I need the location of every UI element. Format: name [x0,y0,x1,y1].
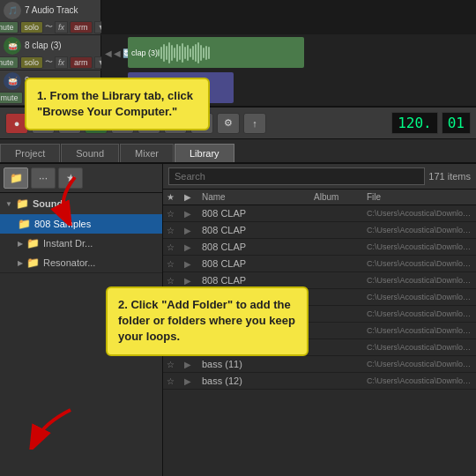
file-name: bass (11) [202,359,314,369]
wave-icon: 〜 [45,21,53,33]
list-item[interactable]: ☆ ▶ 808 CLAP C:\Users\Acoustica\Download… [163,205,476,222]
list-item[interactable]: ☆ ▶ 808 CLAP C:\Users\Acoustica\Download… [163,222,476,239]
solo-button[interactable]: solo [20,21,44,33]
file-path: C:\Users\Acoustica\Downloads... [367,376,472,385]
track-row-clap: 🥁 8 clap (3) mute solo 〜 fx arm ▼ ◀ ◀ 🔄 [0,35,476,71]
arm-button[interactable]: arm [70,21,93,33]
track-waveform [101,0,476,34]
instruction-text-1: 1. From the Library tab, click "Browse Y… [37,89,193,118]
album-col-header: Album [314,192,367,202]
arrow-1-icon [48,173,93,227]
folder-icon-sounds: 📁 [16,197,29,210]
item-label-resonator: Resonator... [43,257,95,268]
star-icon[interactable]: ☆ [167,376,184,386]
file-path: C:\Users\Acoustica\Downloads... [367,209,472,218]
search-input[interactable] [168,167,425,185]
file-path: C:\Users\Acoustica\Downloads... [367,226,472,234]
instrument-icon-snare[interactable]: 🥁 [4,72,21,90]
file-name: 808 CLAP [202,258,314,269]
tab-project[interactable]: Project [0,144,60,162]
play-icon[interactable]: ▶ [184,376,202,386]
play-icon[interactable]: ▶ [184,209,202,219]
mute-button-snare[interactable]: mute [0,92,23,104]
mute-button[interactable]: mute [0,21,19,33]
item-label-instant: Instant Dr... [43,238,93,249]
list-item[interactable]: ☆ ▶ bass (11) C:\Users\Acoustica\Downloa… [163,356,476,373]
item-count: 171 items [428,171,471,182]
fx-button[interactable]: fx [55,21,68,33]
track-label: 🎵 7 Audio Track mute solo 〜 fx arm ▼ [0,0,101,34]
chevron-right-resonator: ▶ [18,259,23,267]
instrument-icon-clap[interactable]: 🥁 [4,37,21,55]
export-button[interactable]: ↑ [243,113,266,134]
instruction-box-2: 2. Click "Add Folder" to add the folder … [106,286,309,356]
folder-icon-instant: 📁 [26,237,40,249]
star-col-header: ★ [167,192,184,202]
tab-mixer[interactable]: Mixer [120,144,174,162]
tree-item-instant[interactable]: ▶ 📁 Instant Dr... [0,234,162,253]
folder-icon-resonator: 📁 [26,257,40,269]
solo-button-clap[interactable]: solo [20,56,44,69]
file-path: C:\Users\Acoustica\Downloads... [367,360,472,368]
file-path: C:\Users\Acoustica\Downloads... [367,242,472,251]
play-col-header: ▶ [184,192,202,202]
clip-name-clap: clap (3) [131,48,158,57]
name-col-header: Name [202,192,314,202]
play-icon[interactable]: ▶ [184,242,202,252]
tree-item-resonator[interactable]: ▶ 📁 Resonator... [0,253,162,272]
track-row: 🎵 7 Audio Track mute solo 〜 fx arm ▼ [0,0,476,35]
wave-icon-clap: 〜 [45,56,53,68]
track-label-clap: 🥁 8 clap (3) mute solo 〜 fx arm ▼ [0,35,101,70]
instruction-text-2: 2. Click "Add Folder" to add the folder … [118,298,295,343]
search-bar: 171 items [163,164,476,190]
file-path: C:\Users\Acoustica\Downloads... [367,293,472,301]
track-name: 7 Audio Track [25,5,78,15]
tempo-display: 120. [391,112,438,134]
star-icon[interactable]: ☆ [167,259,184,269]
star-icon[interactable]: ☆ [167,276,184,286]
file-path: C:\Users\Acoustica\Downloads... [367,326,472,335]
list-item[interactable]: ☆ ▶ 808 CLAP C:\Users\Acoustica\Download… [163,239,476,256]
fx-button-clap[interactable]: fx [55,56,68,69]
arrow-2-icon [26,405,79,451]
play-icon[interactable]: ▶ [184,226,202,235]
file-name: 808 CLAP [202,208,314,219]
file-path: C:\Users\Acoustica\Downloads... [367,343,472,352]
instrument-icon[interactable]: 🎵 [4,2,21,19]
mute-button-clap[interactable]: mute [0,56,19,69]
file-path: C:\Users\Acoustica\Downloads... [367,276,472,285]
folder-icon-808: 📁 [18,218,31,230]
play-icon[interactable]: ▶ [184,259,202,269]
file-col-header: File [367,192,472,202]
chevron-right-instant: ▶ [18,240,23,248]
list-item[interactable]: ☆ ▶ 808 CLAP C:\Users\Acoustica\Download… [163,256,476,272]
beat-display: 01 [442,112,471,134]
browse-computer-button[interactable]: 📁 [4,167,28,189]
track-name-clap: 8 clap (3) [25,41,62,50]
clip-clap[interactable]: clap (3) [128,37,304,68]
tab-bar: Project Sound Mixer Library [0,139,476,164]
play-icon[interactable]: ▶ [184,360,202,369]
file-name: 808 CLAP [202,225,314,235]
instruction-box-1: 1. From the Library tab, click "Browse Y… [25,78,210,130]
file-path: C:\Users\Acoustica\Downloads... [367,259,472,268]
list-item[interactable]: ☆ ▶ bass (12) C:\Users\Acoustica\Downloa… [163,373,476,390]
file-name: 808 CLAP [202,275,314,286]
track-waveform-clap: ◀ ◀ 🔄 clap (3) [101,35,476,70]
tab-sound[interactable]: Sound [61,144,119,162]
play-icon[interactable]: ▶ [184,276,202,286]
star-icon[interactable]: ☆ [167,226,184,235]
nav-right-clap[interactable]: ◀ [114,48,121,57]
file-name: 808 CLAP [202,242,314,252]
tab-library[interactable]: Library [175,144,234,162]
chevron-down-icon: ▼ [5,200,12,208]
file-list-header: ★ ▶ Name Album File [163,190,476,205]
star-icon[interactable]: ☆ [167,209,184,219]
star-icon[interactable]: ☆ [167,360,184,369]
file-name: bass (12) [202,376,314,386]
star-icon[interactable]: ☆ [167,242,184,252]
nav-left-clap[interactable]: ◀ [105,48,112,57]
file-path: C:\Users\Acoustica\Downloads... [367,309,472,318]
settings-button[interactable]: ⚙ [217,113,240,134]
arm-button-clap[interactable]: arm [70,56,93,69]
